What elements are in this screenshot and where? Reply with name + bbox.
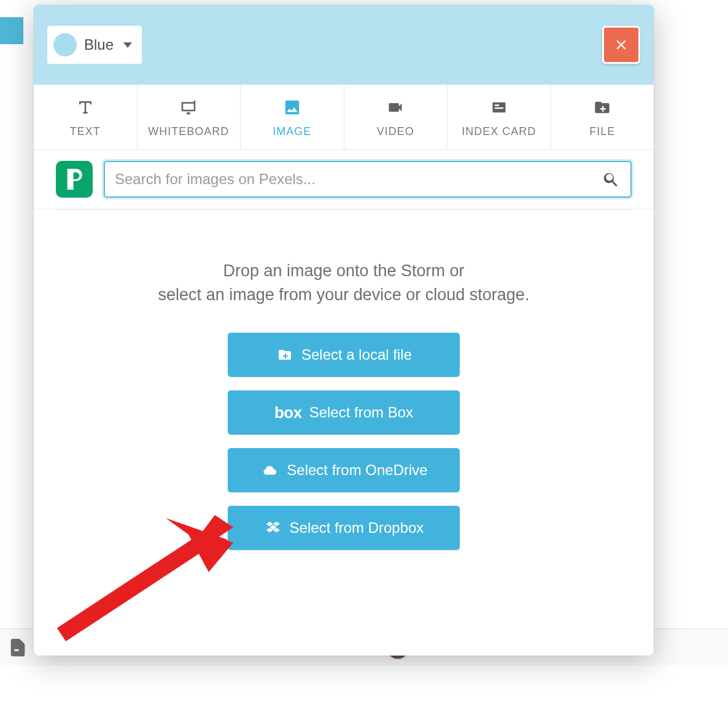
background-top-strip [0, 17, 23, 44]
select-local-file-button[interactable]: Select a local file [228, 333, 460, 377]
whiteboard-icon [177, 98, 199, 117]
select-box-button[interactable]: box Select from Box [228, 390, 460, 435]
tab-whiteboard[interactable]: WHITEBOARD [137, 85, 241, 149]
pexels-badge[interactable] [56, 161, 93, 198]
video-icon [384, 98, 406, 117]
tab-indexcard[interactable]: INDEX CARD [447, 85, 551, 149]
close-icon [613, 37, 629, 53]
button-label: Select from OneDrive [287, 462, 427, 479]
button-label: Select from Dropbox [290, 519, 424, 536]
color-swatch-blue [53, 33, 77, 56]
instruction-line-2: select an image from your device or clou… [158, 283, 530, 307]
search-input[interactable] [115, 171, 602, 188]
color-label: Blue [84, 36, 114, 53]
tab-label: WHITEBOARD [148, 125, 229, 138]
button-label: Select from Box [309, 404, 413, 421]
close-button[interactable] [602, 26, 640, 64]
image-icon [281, 98, 303, 117]
source-buttons: Select a local file box Select from Box … [228, 333, 460, 550]
search-box[interactable] [104, 161, 632, 198]
modal-header: Blue [34, 5, 654, 85]
add-content-modal: Blue TEXT WHITEBOARD IMAGE [34, 5, 654, 656]
tab-file[interactable]: FILE [551, 85, 654, 149]
tab-label: VIDEO [377, 125, 414, 138]
search-icon [602, 170, 621, 188]
file-icon [591, 98, 613, 117]
tab-image[interactable]: IMAGE [241, 85, 344, 149]
select-dropbox-button[interactable]: Select from Dropbox [228, 506, 460, 550]
indexcard-icon [488, 98, 510, 117]
instructions-text: Drop an image onto the Storm or select a… [158, 259, 530, 307]
tab-text[interactable]: TEXT [34, 85, 137, 149]
chevron-down-icon [123, 42, 132, 48]
tab-label: TEXT [70, 125, 101, 138]
select-onedrive-button[interactable]: Select from OneDrive [228, 448, 460, 492]
tab-video[interactable]: VIDEO [344, 85, 448, 149]
content-type-tabs: TEXT WHITEBOARD IMAGE VIDEO INDEX CARD [34, 85, 654, 150]
pexels-icon [64, 167, 85, 192]
document-icon[interactable] [7, 637, 28, 658]
tab-label: IMAGE [273, 125, 311, 138]
tab-label: INDEX CARD [462, 125, 536, 138]
content-area: Drop an image onto the Storm or select a… [34, 210, 654, 656]
tab-label: FILE [589, 125, 615, 138]
color-picker[interactable]: Blue [47, 26, 142, 64]
text-icon [74, 98, 96, 117]
cloud-icon [260, 463, 279, 477]
instruction-line-1: Drop an image onto the Storm or [158, 259, 530, 283]
folder-plus-icon [276, 347, 294, 362]
search-row [34, 150, 654, 209]
button-label: Select a local file [301, 346, 412, 363]
dropbox-icon [264, 520, 282, 536]
box-logo-text: box [274, 403, 302, 422]
